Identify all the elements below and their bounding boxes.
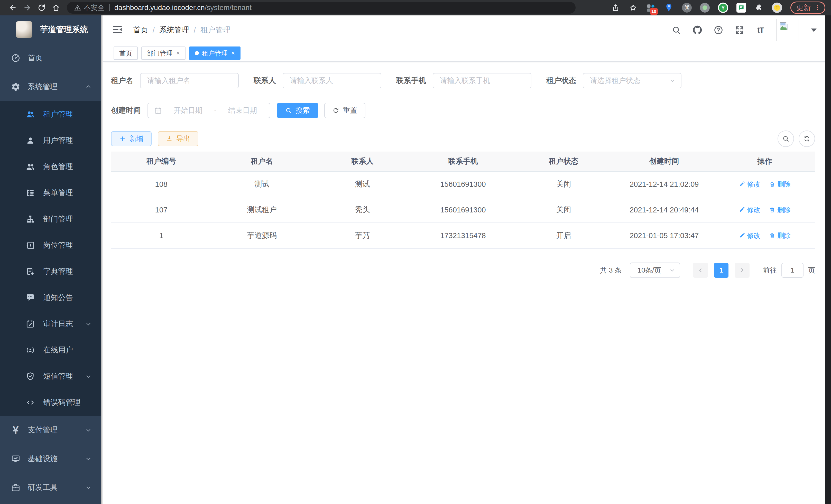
sidebar-collapse-button[interactable] [112, 24, 124, 36]
browser-back-button[interactable] [6, 2, 20, 13]
sidebar-item-user[interactable]: 用户管理 [0, 127, 101, 154]
sidebar-item-menu[interactable]: 菜单管理 [0, 180, 101, 206]
sidebar-item-error-code[interactable]: 错误码管理 [0, 389, 101, 416]
calendar-icon [154, 107, 162, 114]
app-title: 芋道管理系统 [40, 24, 88, 35]
extensions-puzzle-icon[interactable] [754, 3, 764, 12]
edit-link[interactable]: 修改 [739, 231, 760, 240]
sidebar-item-online-user[interactable]: 在线用户 [0, 337, 101, 363]
refresh-table-button[interactable] [799, 130, 815, 147]
user-icon [26, 136, 35, 145]
mobile-input[interactable] [433, 73, 532, 88]
search-icon[interactable] [671, 25, 682, 35]
system-submenu: 租户管理 用户管理 角色管理 菜单管理 部门管理 [0, 101, 101, 416]
sidebar-item-tenant[interactable]: 租户管理 [0, 101, 101, 127]
delete-link[interactable]: 删除 [769, 231, 791, 240]
sidebar-item-audit-log[interactable]: 审计日志 [0, 311, 101, 337]
app-logo[interactable]: 芋道管理系统 [0, 16, 101, 44]
sidebar-item-dept[interactable]: 部门管理 [0, 206, 101, 232]
delete-link[interactable]: 删除 [769, 206, 791, 214]
breadcrumb-tenant: 租户管理 [200, 25, 230, 35]
tenant-name-input[interactable] [140, 73, 239, 88]
breadcrumb-system[interactable]: 系统管理 [159, 25, 189, 35]
export-button[interactable]: 导出 [158, 131, 198, 146]
devtools-icon [11, 483, 21, 493]
main-area: 首页 / 系统管理 / 租户管理 tT [103, 16, 825, 504]
breadcrumb-home[interactable]: 首页 [133, 25, 148, 35]
close-icon[interactable]: × [231, 50, 235, 57]
next-page-button[interactable] [735, 263, 749, 278]
share-icon[interactable] [611, 3, 620, 12]
address-bar[interactable]: 不安全 dashboard.yudao.iocoder.cn/system/te… [67, 2, 576, 13]
extension-chat-icon[interactable] [737, 3, 746, 12]
sidebar-item-dict[interactable]: 字典管理 [0, 259, 101, 285]
infrastructure-icon [11, 454, 21, 464]
bookmark-star-icon[interactable] [629, 3, 638, 12]
audit-log-icon [26, 319, 35, 329]
tab-tenant[interactable]: 租户管理 × [189, 47, 240, 60]
org-chart-icon [26, 214, 35, 224]
help-icon[interactable] [713, 25, 724, 35]
tab-home[interactable]: 首页 [114, 47, 138, 60]
edit-pencil-icon [739, 181, 745, 187]
github-icon[interactable] [692, 25, 703, 35]
extension-emoji-icon[interactable] [772, 3, 782, 13]
menu-tree-icon [26, 188, 35, 198]
goto-label: 前往 [763, 266, 777, 275]
show-search-toggle-button[interactable] [778, 130, 794, 147]
delete-link[interactable]: 删除 [769, 180, 791, 189]
prev-page-button[interactable] [693, 263, 708, 278]
chevron-up-icon [85, 83, 92, 90]
yen-icon: ¥ [11, 425, 21, 435]
browser-home-button[interactable] [49, 2, 63, 13]
search-button[interactable]: 搜索 [277, 103, 318, 118]
font-size-icon[interactable]: tT [755, 25, 766, 35]
status-label: 租户状态 [546, 76, 576, 86]
caret-down-icon[interactable] [811, 29, 816, 32]
extension-grid-icon[interactable]: 10 [646, 3, 656, 12]
extension-pin-icon[interactable] [664, 3, 674, 12]
fullscreen-icon[interactable] [735, 25, 745, 35]
sidebar-item-devtools[interactable]: 研发工具 [0, 473, 101, 502]
tenant-page: 租户名 联系人 联系手机 租户状态 请选择租户状态 [103, 62, 825, 278]
status-select[interactable]: 请选择租户状态 [583, 73, 682, 88]
close-icon[interactable]: × [176, 50, 180, 57]
edit-link[interactable]: 修改 [739, 206, 760, 214]
create-time-range-picker[interactable]: 开始日期 - 结束日期 [147, 103, 270, 118]
sidebar-item-notice[interactable]: 通知公告 [0, 285, 101, 311]
sidebar-item-post[interactable]: 岗位管理 [0, 232, 101, 259]
browser-reload-button[interactable] [34, 2, 49, 13]
chevron-down-icon [669, 267, 676, 274]
url-host: dashboard.yudao.iocoder.cn [114, 4, 205, 11]
sidebar-item-sms[interactable]: 短信管理 [0, 363, 101, 389]
sidebar-item-pay[interactable]: ¥ 支付管理 [0, 416, 101, 444]
url-divider [109, 4, 110, 11]
extension-yudao-icon[interactable]: Y [718, 3, 728, 13]
sidebar-item-role[interactable]: 角色管理 [0, 154, 101, 180]
sidebar-item-system[interactable]: 系统管理 [0, 72, 101, 101]
browser-update-button[interactable]: 更新 [791, 2, 825, 14]
reset-button[interactable]: 重置 [324, 103, 365, 118]
table-row: 108 测试 测试 15601691300 关闭 2021-12-14 21:0… [111, 172, 815, 197]
chevron-down-icon [85, 320, 92, 328]
browser-forward-button[interactable] [20, 2, 34, 13]
tab-dept[interactable]: 部门管理 × [141, 47, 185, 60]
edit-link[interactable]: 修改 [739, 180, 760, 189]
sidebar-item-home[interactable]: 首页 [0, 44, 101, 72]
not-secure-warning[interactable]: 不安全 [74, 3, 105, 12]
edit-pencil-icon [739, 233, 745, 239]
window-scrollbar[interactable] [825, 16, 831, 504]
goto-page-input[interactable] [781, 263, 803, 278]
page-url[interactable]: dashboard.yudao.iocoder.cn/system/tenant [114, 4, 252, 12]
extension-dot-icon[interactable] [700, 3, 710, 12]
avatar[interactable] [776, 19, 799, 41]
sidebar-item-infra[interactable]: 基础设施 [0, 444, 101, 473]
add-button[interactable]: 新增 [111, 131, 152, 146]
contact-input[interactable] [283, 73, 381, 88]
logo-rabbit-avatar [16, 21, 32, 38]
warning-triangle-icon [74, 4, 81, 11]
search-icon [285, 107, 292, 114]
page-size-select[interactable]: 10条/页 [630, 263, 680, 278]
current-page-button[interactable]: 1 [714, 263, 728, 278]
extension-cmd-icon[interactable]: ⌘ [682, 3, 692, 12]
